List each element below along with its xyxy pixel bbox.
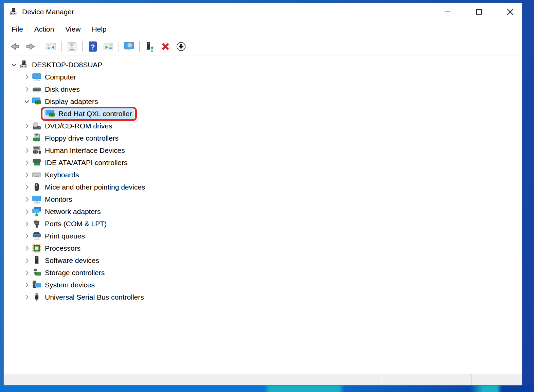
- tree-item-label: Network adapters: [45, 208, 101, 216]
- tree-item-keyboards[interactable]: Keyboards: [4, 169, 522, 181]
- floppy-controller-icon: [32, 133, 42, 143]
- tree-item-floppy-drive-controllers[interactable]: Floppy drive controllers: [4, 132, 522, 144]
- toolbar-separator: [61, 41, 62, 52]
- chevron-spacer: [36, 110, 44, 118]
- tree-item-ports-com-lpt[interactable]: Ports (COM & LPT): [4, 218, 522, 230]
- device-manager-window: Device Manager File Action View Help: [3, 3, 522, 386]
- uninstall-device-icon: [160, 41, 171, 52]
- chevron-right-icon[interactable]: [23, 134, 31, 142]
- hid-icon: [32, 145, 42, 156]
- tree-item-label: Monitors: [45, 195, 72, 203]
- properties-button[interactable]: [64, 39, 80, 54]
- chevron-right-icon[interactable]: [23, 208, 31, 216]
- tree-item-label: Print queues: [45, 232, 85, 240]
- menu-action[interactable]: Action: [34, 25, 54, 33]
- window-title: Device Manager: [22, 8, 74, 16]
- tree-item-label: Mice and other pointing devices: [45, 183, 145, 191]
- update-driver-button[interactable]: [142, 39, 158, 54]
- status-section: [4, 374, 381, 385]
- menu-file[interactable]: File: [12, 25, 23, 33]
- tree-item-system-devices[interactable]: System devices: [4, 279, 522, 291]
- usb-icon: [32, 292, 42, 302]
- chevron-right-icon[interactable]: [23, 232, 31, 240]
- status-bar: [4, 374, 522, 385]
- scan-hardware-changes-icon: [123, 41, 135, 52]
- tree-item-label: Storage controllers: [45, 269, 105, 277]
- toolbar-separator: [41, 41, 41, 52]
- tree-item-human-interface-devices[interactable]: Human Interface Devices: [4, 144, 522, 157]
- chevron-right-icon[interactable]: [23, 281, 31, 289]
- display-adapter-icon: [32, 96, 42, 107]
- minimize-button[interactable]: [444, 8, 452, 16]
- tree-item-display-adapters[interactable]: Display adapters: [4, 95, 522, 108]
- forward-button[interactable]: [23, 39, 38, 54]
- tree-item-network-adapters[interactable]: Network adapters: [4, 206, 522, 218]
- tree-item-label: Display adapters: [45, 97, 98, 106]
- show-console-tree-button[interactable]: [43, 39, 59, 54]
- system-device-icon: [32, 280, 42, 290]
- mouse-icon: [32, 182, 42, 192]
- processor-icon: [32, 243, 42, 253]
- tree-item-mice-and-other-pointing-devices[interactable]: Mice and other pointing devices: [4, 181, 522, 193]
- forward-icon: [25, 41, 36, 52]
- network-adapter-icon: [32, 207, 42, 217]
- tree-item-dvd-cd-rom-drives[interactable]: DVD/CD-ROM drives: [4, 120, 522, 132]
- maximize-icon: [475, 8, 483, 16]
- desktop-bottom-strip: [0, 385, 534, 392]
- back-button[interactable]: [7, 39, 23, 54]
- tree-item-disk-drives[interactable]: Disk drives: [4, 83, 522, 95]
- update-driver-icon: [144, 41, 156, 52]
- chevron-right-icon[interactable]: [23, 146, 31, 155]
- tree-item-label: Human Interface Devices: [45, 146, 125, 155]
- disable-device-button[interactable]: [173, 39, 189, 54]
- tree-item-print-queues[interactable]: Print queues: [4, 230, 522, 242]
- ports-icon: [32, 219, 42, 229]
- tree-item-software-devices[interactable]: Software devices: [4, 254, 522, 267]
- properties-icon: [66, 41, 78, 52]
- toolbar: [4, 38, 522, 55]
- show-action-pane-button[interactable]: [101, 39, 116, 54]
- show-console-tree-icon: [46, 41, 57, 52]
- help-button[interactable]: [85, 39, 101, 54]
- tree-item-label: Universal Serial Bus controllers: [45, 293, 144, 301]
- chevron-right-icon[interactable]: [23, 244, 31, 252]
- chevron-right-icon[interactable]: [23, 195, 31, 203]
- desktop-background: Device Manager File Action View Help: [0, 0, 534, 392]
- tree-item-desktop-do8suap[interactable]: DESKTOP-DO8SUAP: [4, 59, 522, 71]
- chevron-down-icon[interactable]: [10, 61, 18, 69]
- chevron-right-icon[interactable]: [23, 220, 31, 228]
- chevron-right-icon[interactable]: [23, 171, 31, 179]
- tree-item-ide-ata-atapi-controllers[interactable]: IDE ATA/ATAPI controllers: [4, 157, 522, 169]
- back-icon: [9, 41, 21, 52]
- tree-item-red-hat-qxl-controller[interactable]: Red Hat QXL controller: [4, 108, 522, 120]
- chevron-right-icon[interactable]: [23, 269, 31, 277]
- chevron-down-icon[interactable]: [23, 97, 31, 106]
- menu-help[interactable]: Help: [92, 25, 106, 33]
- monitors-icon: [32, 194, 42, 204]
- tree-item-label: System devices: [45, 281, 95, 289]
- chevron-right-icon[interactable]: [23, 122, 31, 130]
- uninstall-device-button[interactable]: [158, 39, 173, 54]
- tree-item-computer[interactable]: Computer: [4, 71, 522, 83]
- tree-item-label: Computer: [45, 73, 76, 81]
- title-bar: Device Manager: [4, 3, 522, 21]
- close-button[interactable]: [506, 8, 514, 16]
- tree-item-storage-controllers[interactable]: Storage controllers: [4, 267, 522, 279]
- printer-icon: [32, 231, 42, 241]
- tree-item-universal-serial-bus-controllers[interactable]: Universal Serial Bus controllers: [4, 291, 522, 303]
- menu-view[interactable]: View: [65, 25, 81, 33]
- tree-item-label: Processors: [45, 244, 81, 252]
- chevron-right-icon[interactable]: [23, 256, 31, 265]
- tree-item-processors[interactable]: Processors: [4, 242, 522, 254]
- maximize-button[interactable]: [475, 8, 483, 16]
- tree-item-monitors[interactable]: Monitors: [4, 193, 522, 206]
- chevron-right-icon[interactable]: [23, 85, 31, 93]
- toolbar-separator: [119, 41, 119, 52]
- scan-hardware-changes-button[interactable]: [121, 39, 137, 54]
- selected-row-highlight: Red Hat QXL controller: [44, 108, 134, 120]
- chevron-right-icon[interactable]: [23, 293, 31, 301]
- chevron-right-icon[interactable]: [23, 73, 31, 81]
- minimize-icon: [444, 8, 451, 16]
- chevron-right-icon[interactable]: [23, 183, 31, 191]
- chevron-right-icon[interactable]: [23, 159, 31, 167]
